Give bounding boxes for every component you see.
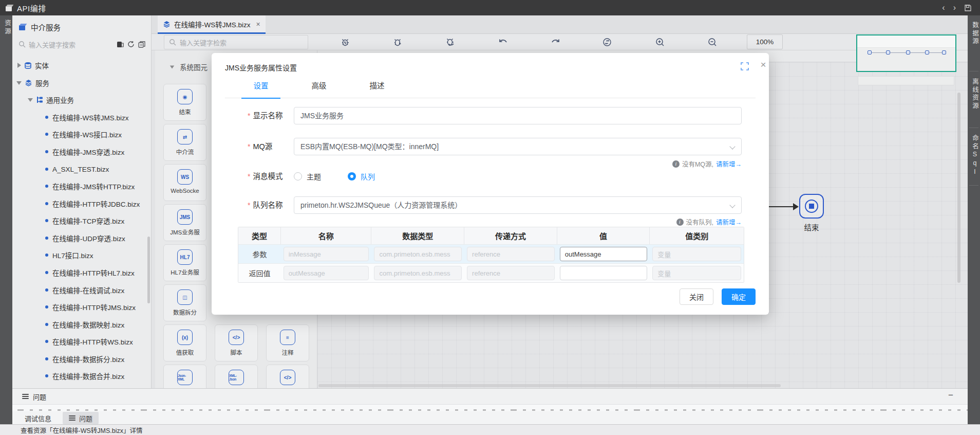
canvas-horizontal-scrollbar[interactable] <box>318 384 781 387</box>
locate-file-icon[interactable] <box>117 41 124 48</box>
tree-item-bizx[interactable]: 在线编排-UDP穿透.bizx <box>12 231 150 245</box>
sidebar-scrollbar[interactable] <box>147 237 150 303</box>
palette-item-websocket[interactable]: WSWebSocke <box>163 164 206 201</box>
palette-item-comment[interactable]: ≡注释 <box>266 324 309 361</box>
nav-back-icon[interactable]: ‹ <box>942 0 945 15</box>
zoom-in-icon[interactable] <box>654 36 666 48</box>
tree-item-bizx[interactable]: 在线编排-HTTP转HL7.bizx <box>12 266 150 279</box>
tree-item-bizx[interactable]: 在线编排-数据合并.bizx <box>12 369 150 383</box>
radio-queue[interactable]: 队列 <box>348 171 375 182</box>
tree-item-bizx[interactable]: 在线编排-HTTP转JDBC.bizx <box>12 197 150 210</box>
right-rail-tab-datasource[interactable]: 数据源 <box>968 22 980 46</box>
tab-close-icon[interactable]: × <box>256 20 260 28</box>
palette-search[interactable]: 输入关键字检索 <box>164 35 308 49</box>
tab-problems[interactable]: 问题 <box>63 412 99 424</box>
save-icon[interactable] <box>964 4 972 12</box>
tree-item-bizx[interactable]: 在线编排-WS接口.bizx <box>12 128 150 141</box>
bullet-icon <box>45 168 48 171</box>
add-queue-link[interactable]: 请新增→ <box>716 217 742 227</box>
cell-value-input[interactable] <box>560 247 648 261</box>
palette-group-header[interactable]: 系统图元 <box>169 62 208 72</box>
bullet-icon <box>45 202 48 205</box>
caret-collapsed-icon[interactable] <box>17 63 21 68</box>
right-rail: 数据源 离线资源 命名Sql <box>968 15 980 435</box>
col-data-type: 数据类型 <box>371 227 464 244</box>
dialog-tab-description[interactable]: 描述 <box>352 76 402 98</box>
caret-expanded-icon[interactable] <box>28 98 33 102</box>
tree-item-bizx[interactable]: 在线编排-HTTP转WS.bizx <box>12 335 150 348</box>
zoom-out-icon[interactable] <box>706 36 719 48</box>
service-icon <box>25 79 32 86</box>
editor-toolbar: 输入关键字检索 100% <box>152 34 968 50</box>
caret-expanded-icon[interactable] <box>16 81 22 85</box>
display-name-input[interactable]: JMS业务服务 <box>294 107 742 124</box>
redo-icon[interactable] <box>550 36 562 48</box>
sidebar-search[interactable]: 输入关键字搜索 <box>18 38 145 50</box>
tree-item-entity[interactable]: 实体 <box>12 59 150 72</box>
close-button[interactable]: 关闭 <box>680 288 713 305</box>
undo-icon[interactable] <box>497 36 509 48</box>
cell-name-input <box>284 266 369 280</box>
minimap-node <box>942 50 946 55</box>
tree-item-bizx[interactable]: 在线编排-JMS转HTTP.bizx <box>12 179 150 193</box>
minimap-node <box>906 50 910 55</box>
fullscreen-icon[interactable] <box>741 62 749 70</box>
palette-item-data-split[interactable]: ◫数据拆分 <box>163 284 206 321</box>
debug-run-icon[interactable] <box>392 36 404 48</box>
tree-item-general-business[interactable]: 通用业务 <box>12 93 150 106</box>
tree-item-bizx[interactable]: 在线编排-在线调试.bizx <box>12 283 150 297</box>
palette-item-hl7-service[interactable]: HL7HL7业务服 <box>163 244 206 281</box>
tree-item-services[interactable]: 服务 <box>12 76 150 89</box>
collapse-all-icon[interactable] <box>138 41 145 48</box>
tree-item-bizx[interactable]: 在线编排-数据映射.bizx <box>12 318 150 331</box>
palette-item-json-to-xml[interactable]: Json-XML <box>163 365 206 388</box>
tree-item-label: 在线编排-WS转JMS.bizx <box>52 112 129 122</box>
tree-item-label: 服务 <box>35 78 49 88</box>
tree-item-bizx[interactable]: 在线编排-TCP穿透.bizx <box>12 214 150 227</box>
problems-panel: 问题 − 调试信息 问题 <box>12 388 968 424</box>
right-rail-tab-offline-resource[interactable]: 离线资源 <box>968 78 980 110</box>
canvas-vertical-scrollbar[interactable] <box>957 93 960 283</box>
tree-item-label: 在线编排-在线调试.bizx <box>52 285 124 295</box>
nav-forward-icon[interactable]: › <box>953 0 956 15</box>
zoom-level[interactable]: 100% <box>747 34 783 49</box>
ok-button[interactable]: 确定 <box>722 288 756 305</box>
refresh-icon[interactable] <box>127 41 135 48</box>
palette-item-jms-service[interactable]: JMSJMS业务服 <box>163 204 206 241</box>
dialog-tab-settings[interactable]: 设置 <box>236 76 286 98</box>
left-rail-tab-resources[interactable]: 资源 <box>0 20 12 35</box>
minimap[interactable] <box>856 34 956 72</box>
debug-start-icon[interactable] <box>340 36 352 48</box>
cell-value-input[interactable] <box>560 266 648 280</box>
right-rail-tab-named-sql[interactable]: 命名Sql <box>968 135 980 177</box>
tree-item-bizx[interactable]: A_SXL_TEST.bizx <box>12 162 150 176</box>
minimize-panel-icon[interactable]: − <box>948 390 953 401</box>
add-mq-source-link[interactable]: 请新增→ <box>716 159 742 169</box>
tab-debug-info[interactable]: 调试信息 <box>18 412 58 424</box>
mq-source-select[interactable]: ESB内置MQ(ESB-MQ)[MQ类型：innerMQ] <box>294 138 742 155</box>
tree-item-bizx[interactable]: 在线编排-HTTP转JMS.bizx <box>12 300 150 314</box>
tree-item-bizx[interactable]: 在线编排-数据拆分.bizx <box>12 352 150 366</box>
tree-item-bizx[interactable]: 在线编排-JMS穿透.bizx <box>12 145 150 158</box>
problems-panel-header[interactable]: 问题 − <box>12 389 968 405</box>
end-node[interactable] <box>799 194 824 219</box>
debug-step-icon[interactable] <box>444 36 457 48</box>
tree-item-bizx[interactable]: HL7接口.bizx <box>12 248 150 262</box>
close-icon[interactable]: × <box>758 59 768 70</box>
status-message: 查看资源「在线编排-WS转JMS.bizx」详情 <box>21 425 143 435</box>
palette-item-mediation-flow[interactable]: ⇄中介流 <box>163 124 206 161</box>
editor-tab-active[interactable]: 在线编排-WS转JMS.bizx × <box>158 15 266 34</box>
radio-topic[interactable]: 主题 <box>294 171 321 182</box>
bullet-icon <box>45 219 48 222</box>
queue-name-select[interactable]: primeton.hr.WS2JMSQueue（人力资源管理系统） <box>294 196 742 214</box>
json-to-xml-icon: Json-XML <box>177 370 193 385</box>
palette-item-xml-to-json[interactable]: XML-Json <box>215 365 258 388</box>
bullet-icon <box>45 237 48 240</box>
palette-item-value-get[interactable]: (x)值获取 <box>163 324 206 361</box>
fit-view-icon[interactable] <box>601 36 613 48</box>
tree-item-bizx[interactable]: 在线编排-WS转JMS.bizx <box>12 111 150 124</box>
palette-item-code[interactable]: </> <box>266 365 309 388</box>
palette-item-script[interactable]: </>脚本 <box>215 324 258 361</box>
dialog-tab-advanced[interactable]: 高级 <box>294 76 344 98</box>
palette-item-end[interactable]: ◉结束 <box>163 84 206 121</box>
